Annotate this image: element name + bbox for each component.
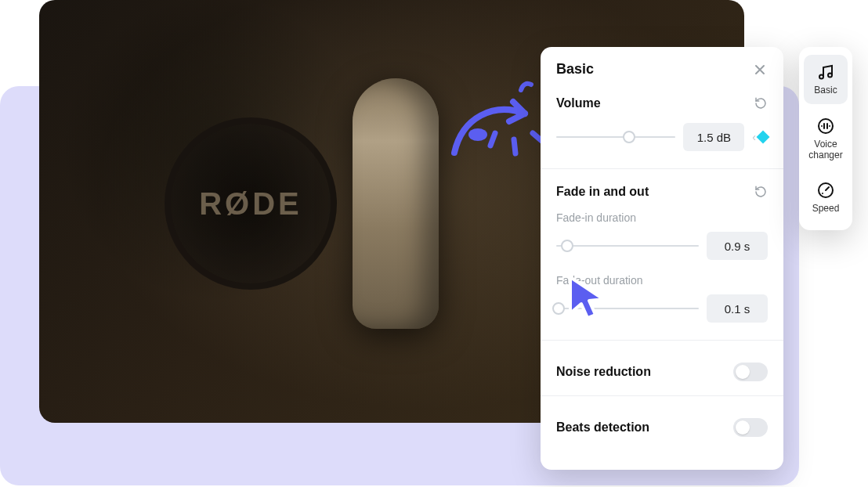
svg-point-6: [819, 119, 833, 133]
fade-out-label: Fade-out duration: [556, 274, 768, 287]
sidebar-item-label: Basic: [814, 85, 837, 96]
fade-section: Fade in and out Fade-in duration 0.9 s F…: [556, 185, 768, 323]
chevron-left-icon: ‹: [752, 131, 756, 143]
fade-out-value[interactable]: 0.1 s: [707, 294, 768, 323]
fade-in-slider[interactable]: [556, 238, 699, 254]
noise-reduction-label: Noise reduction: [556, 365, 651, 379]
divider: [541, 395, 783, 396]
voice-wave-icon: [816, 117, 835, 135]
pop-filter: RØDE: [165, 117, 337, 290]
svg-point-4: [819, 75, 823, 79]
close-icon: [754, 63, 766, 76]
volume-section: Volume 1.5 dB ‹: [556, 96, 768, 151]
music-note-icon: [816, 63, 835, 81]
panel-title: Basic: [556, 61, 594, 78]
reset-volume-button[interactable]: [754, 96, 768, 110]
fade-in-value[interactable]: 0.9 s: [707, 232, 768, 260]
keyframe-diamond-icon: [757, 131, 770, 144]
sidebar-item-label: Voice changer: [805, 139, 846, 161]
sidebar-item-voice-changer[interactable]: Voice changer: [804, 109, 848, 169]
sidebar-item-label: Speed: [812, 204, 840, 215]
reset-fade-button[interactable]: [754, 185, 768, 199]
keyframe-control[interactable]: ‹: [752, 131, 768, 143]
sidebar-item-speed[interactable]: Speed: [804, 173, 848, 222]
sidebar-item-basic[interactable]: Basic: [804, 55, 848, 104]
volume-value[interactable]: 1.5 dB: [683, 123, 744, 151]
fade-title: Fade in and out: [556, 185, 649, 199]
divider: [541, 168, 783, 169]
svg-point-5: [828, 74, 832, 78]
right-sidebar: Basic Voice changer Speed: [799, 47, 852, 230]
fade-out-slider[interactable]: [556, 301, 699, 316]
noise-reduction-toggle[interactable]: [733, 363, 768, 381]
basic-panel: Basic Volume 1.5 dB ‹ Fade in and ou: [541, 47, 783, 470]
speedometer-icon: [816, 181, 835, 200]
beats-detection-label: Beats detection: [556, 420, 649, 435]
close-button[interactable]: [752, 62, 768, 78]
divider: [541, 340, 783, 341]
reset-icon: [754, 185, 768, 199]
reset-icon: [754, 96, 768, 110]
volume-slider[interactable]: [556, 129, 675, 145]
brand-text: RØDE: [199, 186, 302, 222]
microphone-body: [353, 78, 439, 329]
volume-title: Volume: [556, 96, 601, 110]
fade-in-label: Fade-in duration: [556, 211, 768, 224]
beats-detection-toggle[interactable]: [733, 418, 768, 437]
